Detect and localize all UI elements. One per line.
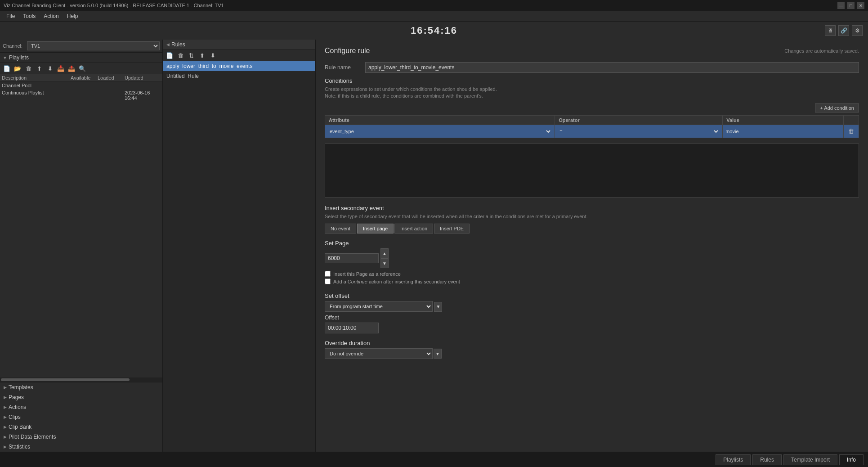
tree-item-pilot-data[interactable]: ▶ Pilot Data Elements bbox=[0, 432, 162, 442]
status-tab-template-import[interactable]: Template Import bbox=[783, 454, 837, 465]
templates-label: Templates bbox=[9, 384, 33, 391]
move-down-btn[interactable]: ⬇ bbox=[45, 64, 55, 73]
rule-name-label: Rule name bbox=[325, 64, 361, 71]
open-playlist-btn[interactable]: 📂 bbox=[13, 64, 22, 73]
configure-title: Configure rule bbox=[325, 47, 370, 55]
playlist-scroll-area bbox=[0, 102, 162, 377]
row2-updated: 2023-06-16 16:44 bbox=[125, 90, 161, 101]
override-duration-select[interactable]: Do not override Override with fixed dura… bbox=[325, 348, 433, 359]
statistics-label: Statistics bbox=[9, 444, 30, 450]
playlist-list: Channel Pool Continuous Playlist 2023-06… bbox=[0, 82, 162, 102]
menu-tools[interactable]: Tools bbox=[19, 12, 39, 20]
checkbox-reference[interactable] bbox=[325, 271, 331, 277]
insert-page-btn[interactable]: Insert page bbox=[357, 224, 394, 234]
tree-item-clipbank[interactable]: ▶ Clip Bank bbox=[0, 422, 162, 432]
row2-loaded bbox=[98, 90, 125, 101]
search-btn[interactable]: 🔍 bbox=[77, 64, 87, 73]
checkbox-continue[interactable] bbox=[325, 278, 331, 284]
action-col-header bbox=[844, 115, 859, 125]
status-tab-playlists[interactable]: Playlists bbox=[716, 454, 751, 465]
row1-loaded bbox=[98, 83, 125, 88]
horiz-scrollbar[interactable] bbox=[0, 377, 162, 382]
offset-value-input[interactable] bbox=[325, 323, 379, 333]
delete-rule-btn[interactable]: 🗑 bbox=[175, 51, 185, 60]
tree-item-actions[interactable]: ▶ Actions bbox=[0, 402, 162, 412]
rules-header: ◀ Rules bbox=[163, 40, 315, 50]
restore-button[interactable]: □ bbox=[847, 2, 855, 9]
conditions-title: Conditions bbox=[325, 77, 859, 84]
tree-item-statistics[interactable]: ▶ Statistics bbox=[0, 442, 162, 452]
middle-panel: ◀ Rules 📄 🗑 ⇅ ⬆ ⬇ apply_lower_third_to_m… bbox=[163, 40, 316, 452]
network-icon-btn[interactable]: 🔗 bbox=[838, 25, 849, 36]
row2-available bbox=[71, 90, 98, 101]
page-number-input[interactable] bbox=[325, 253, 379, 263]
set-offset-section: Set offset From program start time From … bbox=[325, 292, 859, 333]
move-up-btn[interactable]: ⬆ bbox=[34, 64, 44, 73]
rule-item-1[interactable]: Untitled_Rule bbox=[163, 71, 315, 81]
auto-save-msg: Changes are automatically saved. bbox=[784, 48, 859, 54]
monitor-icon-btn[interactable]: 🖥 bbox=[825, 25, 836, 36]
insert-action-btn[interactable]: Insert action bbox=[394, 224, 433, 234]
clips-label: Clips bbox=[9, 414, 21, 420]
page-spin-down[interactable]: ▼ bbox=[380, 258, 389, 268]
main-layout: Channel: TV1 ▼ Playlists 📄 📂 🗑 ⬆ ⬇ 📥 📤 🔍… bbox=[0, 40, 868, 452]
rule-item-0[interactable]: apply_lower_third_to_movie_events bbox=[163, 61, 315, 71]
channel-select[interactable]: TV1 bbox=[27, 41, 160, 50]
page-spin-up[interactable]: ▲ bbox=[380, 248, 389, 258]
pilot-data-arrow: ▶ bbox=[4, 435, 7, 439]
page-number-row: ▲ ▼ bbox=[325, 248, 859, 268]
rule-name-row: Rule name bbox=[325, 62, 859, 73]
rules-toolbar: 📄 🗑 ⇅ ⬆ ⬇ bbox=[163, 50, 315, 61]
new-rule-btn[interactable]: 📄 bbox=[165, 51, 174, 60]
insert-pde-btn[interactable]: Insert PDE bbox=[434, 224, 470, 234]
new-playlist-btn[interactable]: 📄 bbox=[2, 64, 12, 73]
export-btn[interactable]: 📤 bbox=[67, 64, 76, 73]
table-row[interactable]: Channel Pool bbox=[0, 82, 162, 89]
collapse-playlists-arrow[interactable]: ▼ bbox=[3, 55, 7, 60]
move-rule-up-btn[interactable]: ⬆ bbox=[197, 51, 207, 60]
tree-item-pages[interactable]: ▶ Pages bbox=[0, 392, 162, 402]
import-btn[interactable]: 📥 bbox=[56, 64, 66, 73]
override-duration-spin[interactable]: ▼ bbox=[434, 349, 442, 359]
row1-available bbox=[71, 83, 98, 88]
offset-dropdown-row: From program start time From event start… bbox=[325, 301, 859, 312]
col-description: Description bbox=[2, 75, 71, 81]
set-page-title: Set Page bbox=[325, 240, 859, 247]
delete-playlist-btn[interactable]: 🗑 bbox=[23, 64, 33, 73]
tree-item-clips[interactable]: ▶ Clips bbox=[0, 412, 162, 422]
attr-col-header: Attribute bbox=[325, 115, 555, 125]
menu-help[interactable]: Help bbox=[63, 12, 82, 20]
menu-bar: File Tools Action Help bbox=[0, 11, 868, 22]
settings-icon-btn[interactable]: ⚙ bbox=[852, 25, 863, 36]
delete-condition-btn[interactable]: 🗑 bbox=[846, 128, 856, 135]
no-event-btn[interactable]: No event bbox=[325, 224, 356, 234]
table-row[interactable]: Continuous Playlist 2023-06-16 16:44 bbox=[0, 89, 162, 102]
condition-operator: = bbox=[555, 125, 723, 138]
move-rule-down-btn[interactable]: ⬇ bbox=[208, 51, 218, 60]
rule-name-input[interactable] bbox=[365, 62, 859, 73]
offset-label-row: Offset bbox=[325, 314, 859, 321]
event-type-btn-group: No event Insert page Insert action Inser… bbox=[325, 224, 859, 234]
close-button[interactable]: ✕ bbox=[857, 2, 864, 9]
operator-select[interactable]: = bbox=[558, 126, 720, 136]
status-tab-rules[interactable]: Rules bbox=[752, 454, 782, 465]
menu-action[interactable]: Action bbox=[40, 12, 62, 20]
set-page-section: Set Page ▲ ▼ Insert this Page as a refer… bbox=[325, 240, 859, 286]
status-tab-info[interactable]: Info bbox=[839, 454, 864, 465]
menu-file[interactable]: File bbox=[3, 12, 18, 20]
attribute-select[interactable]: event_type bbox=[328, 126, 552, 136]
offset-type-spin[interactable]: ▼ bbox=[434, 302, 442, 312]
condition-delete-cell: 🗑 bbox=[844, 125, 859, 138]
rules-collapse-icon[interactable]: ◀ bbox=[166, 42, 170, 47]
clips-arrow: ▶ bbox=[4, 415, 7, 419]
sort-rules-btn[interactable]: ⇅ bbox=[186, 51, 196, 60]
tree-item-templates[interactable]: ▶ Templates bbox=[0, 382, 162, 392]
add-condition-button[interactable]: + Add condition bbox=[815, 103, 859, 112]
minimize-button[interactable]: — bbox=[837, 2, 845, 9]
playlists-section-header: ▼ Playlists bbox=[0, 53, 162, 63]
title-bar-controls[interactable]: — □ ✕ bbox=[837, 2, 864, 9]
configure-header: Configure rule Changes are automatically… bbox=[325, 47, 859, 55]
clipbank-arrow: ▶ bbox=[4, 425, 7, 429]
op-col-header: Operator bbox=[555, 115, 723, 125]
offset-type-select[interactable]: From program start time From event start… bbox=[325, 301, 433, 312]
